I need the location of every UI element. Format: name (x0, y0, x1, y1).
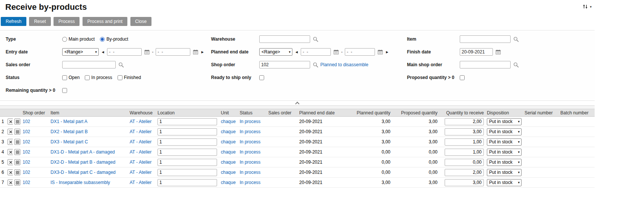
status-link[interactable]: In process (240, 160, 260, 165)
item-link[interactable]: DX3 - Metal part C (50, 139, 88, 144)
planned-end-date-from-input[interactable] (301, 48, 331, 56)
previous-period-icon[interactable]: ◀ (294, 50, 299, 54)
warehouse-link[interactable]: AT - Atelier (130, 180, 151, 185)
serial-batch-button[interactable] (14, 169, 20, 175)
status-link[interactable]: In process (240, 119, 260, 124)
status-finished-checkbox[interactable] (118, 75, 122, 80)
sales-order-lookup-button[interactable] (118, 62, 124, 68)
remove-row-button[interactable] (8, 159, 13, 165)
serial-batch-button[interactable] (14, 119, 20, 125)
unit-link[interactable]: chaque (221, 170, 236, 175)
quantity-to-receive-input[interactable] (445, 169, 484, 176)
remove-row-button[interactable] (8, 169, 13, 175)
location-input[interactable] (158, 179, 217, 186)
collapse-filters-button[interactable] (0, 101, 595, 106)
finish-date-calendar-button[interactable] (496, 49, 501, 55)
main-product-radio[interactable] (62, 37, 67, 42)
planned-end-date-to-input[interactable] (345, 48, 375, 56)
quantity-to-receive-input[interactable] (445, 159, 484, 166)
close-button[interactable]: Close (130, 17, 152, 26)
main-shop-order-input[interactable] (460, 61, 511, 68)
remove-row-button[interactable] (8, 129, 13, 135)
col-planned-quantity[interactable]: Planned quantity (352, 109, 392, 117)
col-shop-order[interactable]: Shop order (21, 109, 49, 117)
warehouse-lookup-button[interactable] (313, 36, 318, 42)
warehouse-link[interactable]: AT - Atelier (130, 129, 151, 134)
disposition-select[interactable]: Put in stock ▾ (487, 118, 522, 125)
shop-order-link[interactable]: 102 (23, 170, 30, 175)
col-serial-number[interactable]: Serial number (523, 109, 559, 117)
location-input[interactable] (158, 138, 217, 146)
item-link[interactable]: DX2 - Metal part B (50, 129, 88, 134)
entry-date-range-select[interactable]: <Range> ▾ (62, 48, 99, 56)
remove-row-button[interactable] (8, 149, 13, 155)
remaining-quantity-checkbox[interactable] (62, 88, 67, 93)
col-proposed-quantity[interactable]: Proposed quantity (392, 109, 439, 117)
process-and-print-button[interactable]: Process and print (83, 17, 127, 26)
quantity-to-receive-input[interactable] (445, 128, 484, 135)
item-link[interactable]: DX1-D - Metal part A - damaged (50, 149, 115, 155)
col-warehouse[interactable]: Warehouse (128, 109, 156, 117)
disposition-select[interactable]: Put in stock ▾ (487, 128, 522, 135)
location-input[interactable] (158, 149, 217, 156)
item-input[interactable] (460, 35, 511, 43)
item-link[interactable]: DX1 - Metal part A (50, 119, 87, 124)
location-input[interactable] (158, 118, 217, 125)
serial-batch-button[interactable] (14, 139, 20, 145)
status-in-process-option[interactable]: In process (85, 75, 112, 80)
planned-end-to-calendar-button[interactable] (378, 49, 383, 55)
process-button[interactable]: Process (54, 17, 80, 26)
col-unit[interactable]: Unit (219, 109, 238, 117)
serial-batch-button[interactable] (14, 129, 20, 135)
serial-batch-button[interactable] (14, 149, 20, 155)
col-planned-end-date[interactable]: Planned end date (298, 109, 352, 117)
status-finished-option[interactable]: Finished (118, 75, 141, 80)
planned-end-date-range-select[interactable]: <Range> ▾ (259, 48, 292, 56)
status-in-process-checkbox[interactable] (85, 75, 90, 80)
warehouse-link[interactable]: AT - Atelier (130, 149, 151, 155)
remove-row-button[interactable] (8, 179, 13, 186)
remove-row-button[interactable] (8, 119, 13, 125)
col-item[interactable]: Item (49, 109, 128, 117)
warehouse-input[interactable] (259, 35, 310, 43)
status-open-option[interactable]: Open (62, 75, 80, 80)
status-link[interactable]: In process (240, 129, 260, 134)
entry-date-to-input[interactable] (156, 48, 190, 56)
disposition-select[interactable]: Put in stock ▾ (487, 138, 522, 146)
disposition-select[interactable]: Put in stock ▾ (487, 179, 522, 186)
location-input[interactable] (158, 169, 217, 176)
col-batch-number[interactable]: Batch number (559, 109, 595, 117)
remove-row-button[interactable] (8, 139, 13, 145)
shop-order-link[interactable]: 102 (23, 149, 30, 155)
col-quantity-to-receive[interactable]: Quantity to receive (439, 109, 485, 117)
reset-button[interactable]: Reset (29, 17, 50, 26)
entry-date-from-input[interactable] (107, 48, 142, 56)
item-link[interactable]: IS - Inseparable subassembly (50, 180, 110, 185)
col-status[interactable]: Status (238, 109, 267, 117)
shop-order-input[interactable] (259, 61, 310, 68)
status-open-checkbox[interactable] (62, 75, 67, 80)
shop-order-link[interactable]: 102 (23, 139, 30, 144)
status-link[interactable]: In process (240, 170, 260, 175)
shop-order-link[interactable]: 102 (23, 129, 30, 134)
warehouse-link[interactable]: AT - Atelier (130, 119, 151, 124)
next-period-icon[interactable]: ▶ (385, 50, 389, 54)
planned-to-disassemble-link[interactable]: Planned to disassemble (320, 62, 368, 67)
unit-link[interactable]: chaque (221, 119, 236, 124)
disposition-select[interactable]: Put in stock ▾ (487, 169, 522, 176)
item-link[interactable]: DX3-D - Metal part C - damaged (50, 170, 116, 175)
next-period-icon[interactable]: ▶ (200, 50, 205, 54)
shop-order-lookup-button[interactable] (313, 62, 318, 68)
status-link[interactable]: In process (240, 149, 260, 155)
item-lookup-button[interactable] (513, 36, 519, 42)
disposition-select[interactable]: Put in stock ▾ (487, 149, 522, 156)
shop-order-link[interactable]: 102 (23, 160, 30, 165)
planned-end-from-calendar-button[interactable] (333, 49, 339, 55)
status-link[interactable]: In process (240, 180, 260, 185)
unit-link[interactable]: chaque (221, 180, 236, 185)
previous-period-icon[interactable]: ◀ (101, 50, 105, 54)
quantity-to-receive-input[interactable] (445, 118, 484, 125)
disposition-select[interactable]: Put in stock ▾ (487, 159, 522, 166)
unit-link[interactable]: chaque (221, 160, 236, 165)
serial-batch-button[interactable] (14, 179, 20, 186)
